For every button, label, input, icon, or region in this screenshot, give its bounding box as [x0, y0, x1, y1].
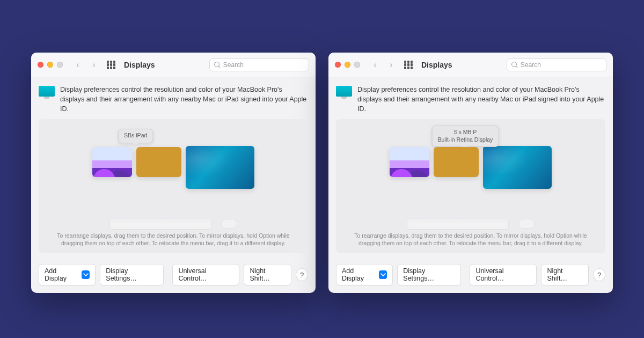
display-arrangement-row[interactable]: SBs iPad: [39, 127, 308, 216]
tooltip-line: Built-in Retina Display: [438, 136, 493, 143]
arrangement-area[interactable]: SBs iPad To rearrange displays, drag the…: [39, 119, 308, 253]
titlebar: ‹ › Displays: [328, 53, 613, 77]
tooltip-line: S's MB P: [454, 129, 477, 135]
back-button[interactable]: ‹: [370, 60, 380, 70]
footer-toolbar: Add Display Display Settings… Universal …: [328, 259, 613, 293]
tooltip-line: SBs iPad: [124, 132, 147, 138]
mouse-icon: [518, 219, 535, 229]
displays-preferences-window: ‹ › Displays Display preferences control…: [328, 53, 613, 293]
universal-control-button[interactable]: Universal Control…: [172, 264, 239, 285]
display-thumbnail-ipad[interactable]: [92, 147, 132, 177]
back-button[interactable]: ‹: [72, 60, 83, 70]
close-window-icon[interactable]: [38, 62, 43, 68]
arrangement-hint: To rearrange displays, drag them to the …: [336, 232, 605, 249]
forward-button: ›: [386, 60, 397, 70]
display-settings-label: Display Settings…: [403, 267, 455, 282]
night-shift-button[interactable]: Night Shift…: [244, 264, 291, 285]
search-field[interactable]: [209, 58, 309, 71]
add-display-button[interactable]: Add Display: [39, 264, 96, 285]
add-display-label: Add Display: [342, 267, 376, 282]
universal-control-label: Universal Control…: [178, 267, 233, 282]
keyboard-mouse-glyph: [336, 219, 605, 230]
arrangement-area[interactable]: S's MB P Built-in Retina Display To rear…: [336, 119, 605, 253]
keyboard-icon: [407, 219, 509, 230]
forward-button: ›: [89, 60, 99, 70]
minimize-window-icon[interactable]: [345, 62, 350, 68]
window-title: Displays: [124, 61, 155, 69]
all-preferences-icon[interactable]: [404, 61, 413, 69]
chevron-down-icon[interactable]: [379, 270, 387, 279]
display-tooltip: SBs iPad: [118, 129, 153, 143]
night-shift-label: Night Shift…: [250, 267, 286, 282]
universal-control-label: Universal Control…: [475, 267, 531, 282]
add-display-label: Add Display: [45, 267, 78, 282]
night-shift-label: Night Shift…: [547, 267, 583, 282]
keyboard-mouse-glyph: [39, 219, 308, 230]
description-row: Display preferences control the resoluti…: [31, 77, 316, 119]
close-window-icon[interactable]: [335, 62, 341, 68]
arrangement-hint: To rearrange displays, drag them to the …: [39, 232, 308, 249]
description-row: Display preferences control the resoluti…: [328, 77, 613, 119]
minimize-window-icon[interactable]: [47, 62, 53, 68]
display-thumbnail-builtin[interactable]: [434, 147, 479, 177]
display-thumbnail-builtin[interactable]: [136, 147, 181, 177]
display-settings-button[interactable]: Display Settings…: [100, 264, 164, 285]
search-field[interactable]: [507, 58, 606, 71]
help-button[interactable]: ?: [296, 268, 308, 281]
search-input[interactable]: [223, 61, 304, 69]
traffic-lights: [335, 62, 360, 68]
window-title: Displays: [421, 61, 452, 69]
zoom-window-icon: [354, 62, 360, 68]
display-thumbnail-external[interactable]: [483, 146, 552, 189]
add-display-button[interactable]: Add Display: [336, 264, 393, 285]
zoom-window-icon: [57, 62, 63, 68]
description-text: Display preferences control the resoluti…: [357, 85, 605, 114]
display-thumbnail-ipad[interactable]: [390, 147, 429, 177]
traffic-lights: [38, 62, 63, 68]
all-preferences-icon[interactable]: [107, 61, 115, 69]
search-icon: [214, 62, 220, 68]
mouse-icon: [221, 219, 237, 229]
footer-toolbar: Add Display Display Settings… Universal …: [31, 259, 316, 293]
search-input[interactable]: [521, 61, 602, 69]
help-button[interactable]: ?: [593, 268, 605, 281]
help-label: ?: [300, 271, 304, 279]
help-label: ?: [597, 271, 601, 279]
displays-preferences-window: ‹ › Displays Display preferences control…: [31, 53, 316, 293]
keyboard-icon: [109, 219, 211, 230]
display-glyph-icon: [336, 86, 352, 97]
display-tooltip: S's MB P Built-in Retina Display: [432, 126, 499, 146]
display-arrangement-row[interactable]: S's MB P Built-in Retina Display: [336, 127, 605, 216]
display-settings-button[interactable]: Display Settings…: [397, 264, 461, 285]
search-icon: [511, 62, 517, 68]
display-glyph-icon: [39, 86, 55, 97]
titlebar: ‹ › Displays: [31, 53, 316, 77]
night-shift-button[interactable]: Night Shift…: [541, 264, 589, 285]
universal-control-button[interactable]: Universal Control…: [470, 264, 537, 285]
chevron-down-icon[interactable]: [82, 270, 90, 279]
description-text: Display preferences control the resoluti…: [60, 85, 308, 114]
display-thumbnail-external[interactable]: [186, 146, 254, 189]
display-settings-label: Display Settings…: [106, 267, 158, 282]
